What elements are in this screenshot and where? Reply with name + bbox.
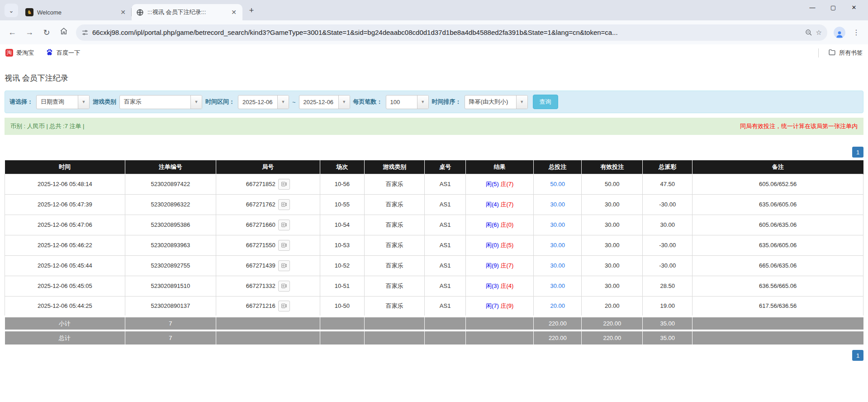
browser-menu-button[interactable]: ⋮ bbox=[849, 28, 863, 37]
video-replay-icon bbox=[281, 242, 287, 248]
page-1-button[interactable]: 1 bbox=[852, 147, 863, 158]
total-bet-link[interactable]: 20.00 bbox=[550, 302, 565, 309]
bet-id: 523020892755 bbox=[125, 255, 216, 276]
result-cell: 闲(6) 庄(0) bbox=[466, 215, 534, 235]
page-1-button[interactable]: 1 bbox=[852, 350, 863, 361]
search-button[interactable]: 查询 bbox=[533, 95, 558, 109]
bet-time: 2025-12-06 05:47:39 bbox=[5, 194, 125, 215]
bookmark-baidu[interactable]: 百度一下 bbox=[46, 48, 80, 57]
round-id: 667271762 bbox=[246, 201, 275, 208]
round-video-button[interactable] bbox=[278, 260, 290, 271]
result-cell: 闲(4) 庄(7) bbox=[466, 194, 534, 215]
bet-id: 523020895386 bbox=[125, 215, 216, 235]
browser-toolbar: ← → ↻ 66cxkj98.com/ipl/portal.php/game/b… bbox=[0, 20, 868, 44]
currency-total-text: 币别 : 人民币 | 总共 :7 注单 | bbox=[10, 122, 85, 130]
result-banker: 庄(9) bbox=[500, 302, 513, 309]
query-mode-value: 日期查询 bbox=[37, 96, 78, 109]
new-tab-button[interactable]: + bbox=[245, 4, 258, 17]
table-body: 2025-12-06 05:48:14 523020897422 6672718… bbox=[5, 174, 863, 316]
dropdown-arrow-icon[interactable]: ▼ bbox=[277, 96, 289, 109]
address-bar[interactable]: 66cxkj98.com/ipl/portal.php/game/betreco… bbox=[76, 24, 827, 41]
result-player: 闲(0) bbox=[486, 242, 499, 249]
browser-tab-welcome[interactable]: ♞ Welcome ✕ bbox=[21, 4, 132, 20]
remark: 605.06/652.56 bbox=[693, 174, 863, 194]
session: 10-53 bbox=[320, 235, 365, 255]
col-bet-id: 注单编号 bbox=[125, 160, 216, 174]
sort-select[interactable]: 降幂(由大到小) ▼ bbox=[465, 95, 528, 109]
round-id: 667271332 bbox=[246, 282, 275, 289]
date-to-select[interactable]: 2025-12-06 ▼ bbox=[299, 95, 350, 109]
close-tab-icon[interactable]: ✕ bbox=[119, 8, 127, 16]
dropdown-arrow-icon[interactable]: ▼ bbox=[516, 96, 527, 109]
session: 10-56 bbox=[320, 174, 365, 194]
payout-value: 47.50 bbox=[643, 174, 693, 194]
round-video-button[interactable] bbox=[278, 301, 290, 311]
total-payout: 35.00 bbox=[643, 330, 693, 345]
round-video-button[interactable] bbox=[278, 220, 290, 230]
bookmark-star-icon[interactable]: ☆ bbox=[816, 29, 822, 37]
bet-time: 2025-12-06 05:46:22 bbox=[5, 235, 125, 255]
total-bet-link[interactable]: 30.00 bbox=[550, 262, 565, 269]
site-settings-icon[interactable] bbox=[81, 29, 89, 36]
total-bet-link[interactable]: 30.00 bbox=[550, 221, 565, 228]
game-type-select[interactable]: 百家乐 ▼ bbox=[119, 95, 202, 109]
bet-time: 2025-12-06 05:45:05 bbox=[5, 276, 125, 296]
round-video-button[interactable] bbox=[278, 281, 290, 292]
profile-button[interactable] bbox=[832, 25, 847, 40]
close-window-button[interactable]: ✕ bbox=[844, 0, 864, 14]
query-mode-select[interactable]: 日期查询 ▼ bbox=[36, 95, 90, 109]
valid-bet: 30.00 bbox=[582, 215, 643, 235]
round-id: 667271439 bbox=[246, 262, 275, 269]
url-text[interactable]: 66cxkj98.com/ipl/portal.php/game/betreco… bbox=[92, 29, 802, 36]
table-header-row: 时间 注单编号 局号 场次 游戏类别 桌号 结果 总投注 有效投注 总派彩 备注 bbox=[5, 160, 863, 174]
remark: 636.56/665.06 bbox=[693, 276, 863, 296]
valid-bet: 30.00 bbox=[582, 235, 643, 255]
total-bet-link[interactable]: 30.00 bbox=[550, 282, 565, 289]
valid-bet: 30.00 bbox=[582, 194, 643, 215]
dropdown-arrow-icon[interactable]: ▼ bbox=[78, 96, 89, 109]
page-size-select[interactable]: 100 ▼ bbox=[386, 95, 429, 109]
result-banker: 庄(0) bbox=[500, 221, 513, 228]
round-video-button[interactable] bbox=[278, 179, 290, 190]
total-bet-link[interactable]: 30.00 bbox=[550, 201, 565, 208]
total-bet-link[interactable]: 30.00 bbox=[550, 242, 565, 249]
forward-button[interactable]: → bbox=[22, 25, 37, 40]
dropdown-arrow-icon[interactable]: ▼ bbox=[417, 96, 428, 109]
total-bet-link[interactable]: 50.00 bbox=[550, 181, 565, 187]
maximize-button[interactable]: ▢ bbox=[823, 0, 844, 14]
round-id-cell: 667271660 bbox=[216, 215, 320, 235]
table-no: AS1 bbox=[425, 215, 466, 235]
profile-avatar-icon bbox=[834, 27, 845, 38]
all-bookmarks[interactable]: 所有书签 bbox=[818, 48, 863, 57]
page-size-label: 每页笔数： bbox=[353, 98, 383, 106]
sort-label: 时间排序： bbox=[432, 98, 461, 106]
round-video-button[interactable] bbox=[278, 199, 290, 210]
back-button[interactable]: ← bbox=[5, 25, 20, 40]
bookmark-aitaobao[interactable]: 淘 爱淘宝 bbox=[5, 49, 34, 57]
remark: 635.06/605.06 bbox=[693, 194, 863, 215]
browser-tab-betrecord[interactable]: :::视讯 会员下注纪录::: ✕ bbox=[132, 4, 242, 20]
result-banker: 庄(4) bbox=[500, 282, 513, 289]
dropdown-arrow-icon[interactable]: ▼ bbox=[190, 96, 202, 109]
result-banker: 庄(7) bbox=[500, 262, 513, 269]
date-range-label: 时间区间： bbox=[205, 98, 235, 106]
tab-search-button[interactable]: ⌄ bbox=[5, 4, 18, 17]
dropdown-arrow-icon[interactable]: ▼ bbox=[338, 96, 350, 109]
table-row: 2025-12-06 05:46:22 523020893963 6672715… bbox=[5, 235, 863, 255]
close-tab-icon[interactable]: ✕ bbox=[230, 8, 238, 16]
result-cell: 闲(7) 庄(9) bbox=[466, 296, 534, 316]
session: 10-50 bbox=[320, 296, 365, 316]
summary-info-bar: 币别 : 人民币 | 总共 :7 注单 | 同局有效投注，统一计算在该局第一张注… bbox=[5, 118, 863, 135]
round-video-button[interactable] bbox=[278, 240, 290, 251]
page-title: 视讯 会员下注纪录 bbox=[0, 61, 868, 83]
date-from-select[interactable]: 2025-12-06 ▼ bbox=[238, 95, 289, 109]
table-no: AS1 bbox=[425, 296, 466, 316]
minimize-button[interactable]: — bbox=[802, 0, 823, 14]
reload-button[interactable]: ↻ bbox=[39, 25, 54, 40]
remark: 665.06/635.06 bbox=[693, 255, 863, 276]
zoom-out-indicator-icon[interactable] bbox=[805, 29, 812, 36]
home-button[interactable] bbox=[56, 25, 71, 40]
result-player: 闲(9) bbox=[486, 262, 499, 269]
col-result: 结果 bbox=[466, 160, 534, 174]
bet-id: 523020893963 bbox=[125, 235, 216, 255]
